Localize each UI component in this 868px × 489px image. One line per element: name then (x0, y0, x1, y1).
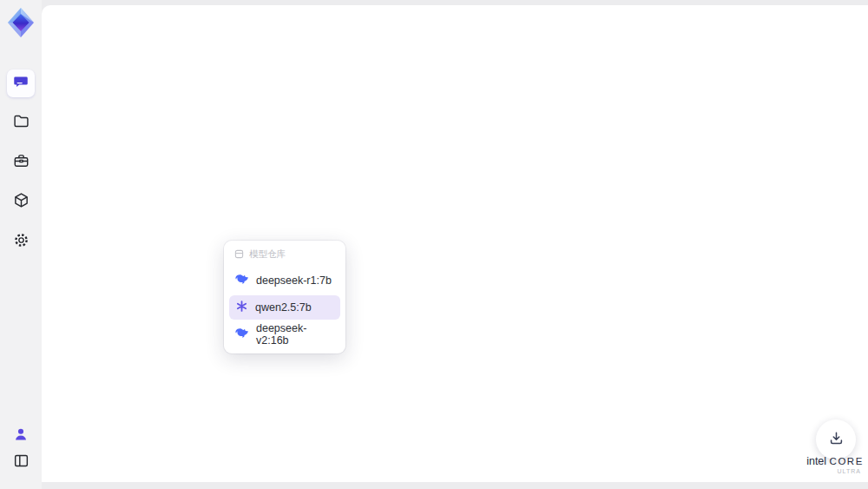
toolbox-icon (13, 153, 30, 173)
model-option-label: deepseek-r1:7b (256, 274, 332, 287)
deepseek-icon (235, 273, 249, 289)
brand-sub-label: Ultra (804, 468, 866, 474)
model-option-label: deepseek-v2:16b (256, 322, 334, 347)
model-dropdown-header: 模型仓库 (229, 247, 340, 266)
chat-icon (13, 74, 29, 93)
sidebar-item-panel[interactable] (7, 448, 35, 476)
model-option-deepseek-r1[interactable]: deepseek-r1:7b (229, 268, 340, 293)
sidebar (0, 0, 42, 489)
sidebar-item-apps[interactable] (7, 188, 35, 215)
cube-icon (13, 192, 30, 212)
brand-word-core: core (830, 456, 864, 466)
sidebar-item-account[interactable] (7, 422, 35, 450)
sidebar-item-folders[interactable] (7, 109, 35, 136)
folder-icon (13, 113, 30, 133)
brand-word-intel: intel (806, 455, 826, 467)
user-icon (13, 426, 29, 446)
model-option-qwen[interactable]: qwen2.5:7b (229, 295, 340, 320)
model-option-label: qwen2.5:7b (255, 301, 312, 314)
qwen-icon (235, 300, 248, 315)
download-button[interactable] (816, 420, 856, 459)
sidebar-item-tools[interactable] (7, 149, 35, 176)
main-surface (42, 5, 868, 482)
panel-icon (13, 453, 30, 472)
intel-core-logo: intel core Ultra (804, 455, 866, 474)
model-dropdown: 模型仓库 deepseek-r1:7b qwen2.5:7b deepseek-… (224, 241, 345, 354)
settings-icon (13, 232, 30, 252)
deepseek-icon (235, 327, 249, 343)
app-logo-icon (3, 5, 38, 40)
sidebar-item-settings[interactable] (7, 228, 35, 255)
sidebar-item-chat[interactable] (7, 69, 35, 97)
repository-icon (234, 249, 244, 261)
model-option-deepseek-v2[interactable]: deepseek-v2:16b (229, 322, 340, 347)
download-icon (828, 430, 845, 450)
